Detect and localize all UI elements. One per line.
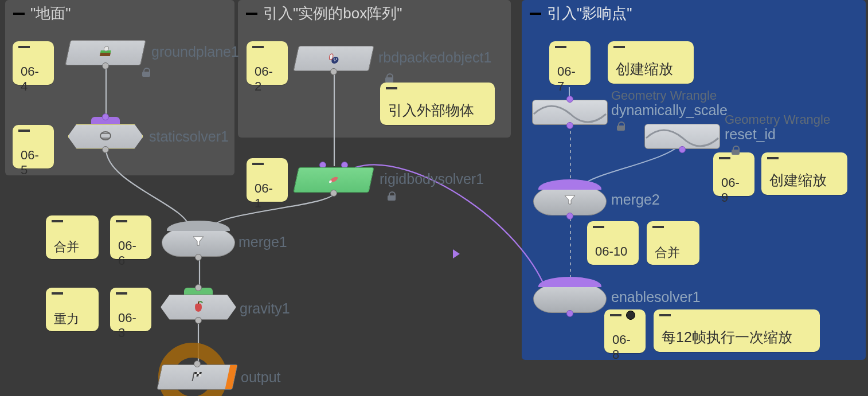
sticky-06-2[interactable]: 06-2 [247, 41, 288, 85]
funnel-icon [563, 193, 577, 207]
node-enablesolver1[interactable] [533, 282, 607, 313]
sticky-merge[interactable]: 合并 [46, 215, 99, 259]
label-staticsolver1: staticsolver1 [149, 128, 229, 145]
netbox-instance-title: 引入"实例的box阵列" [263, 3, 402, 23]
label-dynamically-scale: dynamically_scale [611, 102, 728, 119]
sticky-create-scale-2[interactable]: 创建缩放 [761, 152, 847, 195]
sticky-06-3[interactable]: 06-3 [110, 288, 151, 331]
svg-rect-12 [198, 301, 199, 304]
sticky-every12[interactable]: 每12帧执行一次缩放 [654, 309, 820, 352]
svg-rect-15 [199, 372, 202, 374]
lock-icon [732, 146, 740, 155]
hint-dynamically-scale: Geometry Wrangle [611, 88, 717, 103]
svg-rect-20 [198, 374, 201, 377]
node-dynamically-scale[interactable] [532, 100, 608, 125]
label-output: output [241, 369, 281, 386]
node-rbdpackedobject1[interactable] [296, 46, 372, 71]
sticky-06-8[interactable]: 06-8 [604, 309, 646, 353]
label-reset-id: reset_id [725, 126, 776, 143]
sticky-merge2[interactable]: 合并 [647, 221, 699, 265]
node-merge1[interactable] [162, 226, 235, 257]
netbox-influence-title: 引入"影响点" [547, 3, 632, 23]
lock-icon [142, 68, 150, 77]
sticky-06-7[interactable]: 06-7 [549, 41, 591, 85]
sticky-create-scale[interactable]: 创建缩放 [608, 41, 694, 84]
node-output[interactable] [159, 364, 235, 390]
sticky-06-10[interactable]: 06-10 [587, 221, 639, 265]
node-rigidbodysolver1[interactable] [296, 167, 372, 193]
node-groundplane1[interactable] [68, 40, 143, 65]
wrangle-wave-icon [533, 100, 607, 124]
wrangle-wave-icon [645, 124, 720, 148]
label-merge1: merge1 [238, 234, 287, 250]
label-rbdpackedobject1: rbdpackedobject1 [378, 49, 491, 66]
svg-marker-0 [453, 249, 460, 258]
sticky-06-9[interactable]: 06-9 [713, 152, 754, 196]
lock-icon [617, 121, 625, 131]
lock-icon [388, 191, 396, 201]
lock-icon [385, 73, 393, 83]
bowling-icon [326, 52, 342, 64]
barrel-icon [99, 130, 112, 142]
flag-icon [190, 370, 205, 383]
sticky-06-1[interactable]: 06-1 [247, 158, 288, 202]
sticky-06-5[interactable]: 06-5 [13, 125, 54, 168]
label-groundplane1: groundplane1 [151, 44, 239, 60]
label-gravity1: gravity1 [240, 300, 290, 317]
sticky-external-body[interactable]: 引入外部物体 [380, 83, 495, 125]
label-merge2: merge2 [611, 191, 660, 208]
apple-icon [192, 300, 205, 313]
svg-point-3 [104, 46, 110, 51]
svg-point-4 [100, 132, 111, 140]
sticky-06-6[interactable]: 06-6 [110, 215, 151, 259]
svg-point-11 [329, 181, 333, 183]
svg-rect-1 [100, 53, 111, 56]
hint-reset-id: Geometry Wrangle [725, 112, 830, 127]
node-reset-id[interactable] [644, 124, 720, 149]
sticky-gravity[interactable]: 重力 [46, 288, 99, 331]
svg-rect-16 [196, 374, 199, 377]
netbox-ground-title: "地面" [30, 3, 71, 23]
node-staticsolver1[interactable] [68, 124, 143, 149]
node-merge2[interactable] [533, 185, 607, 215]
node-gravity1[interactable] [161, 295, 236, 320]
funnel-icon [191, 234, 205, 248]
ground-icon [98, 46, 114, 58]
svg-rect-18 [197, 372, 200, 374]
label-rigidbodysolver1: rigidbodysolver1 [380, 171, 484, 187]
label-enablesolver1: enablesolver1 [611, 289, 701, 305]
sticky-06-4[interactable]: 06-4 [13, 41, 54, 85]
meat-icon [326, 173, 342, 186]
svg-rect-14 [194, 372, 197, 374]
svg-rect-19 [194, 374, 197, 377]
